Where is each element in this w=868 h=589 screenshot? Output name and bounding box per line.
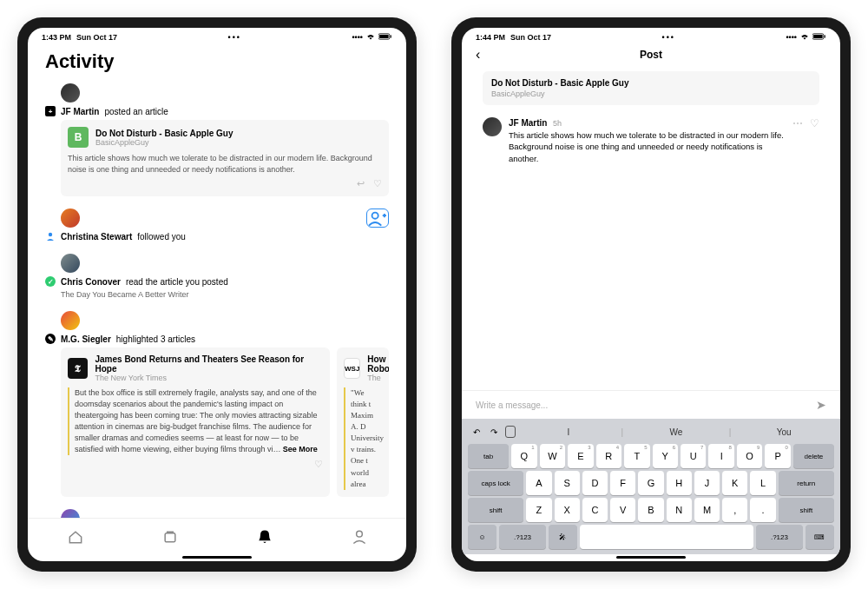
key[interactable]: M (694, 498, 720, 522)
key[interactable]: 9O (737, 444, 762, 468)
highlight-card[interactable]: 𝕿 James Bond Returns and Theaters See Re… (61, 347, 330, 496)
follow-button[interactable] (366, 208, 389, 228)
avatar[interactable] (61, 208, 80, 228)
avatar[interactable] (483, 117, 502, 136)
multitask-dots[interactable]: ••• (227, 33, 240, 42)
page-title: Activity (28, 43, 406, 83)
suggestion[interactable]: I (521, 427, 616, 437)
activity-user: Chris Conover (61, 277, 121, 287)
nav-title: Post (640, 49, 662, 61)
home-indicator[interactable] (616, 556, 686, 559)
activity-item[interactable]: Christina Stewart followed you (45, 208, 389, 242)
signal-icon: •••• (352, 33, 363, 42)
undo-icon[interactable]: ↶ (470, 426, 483, 438)
highlight-card-side[interactable]: WSJ How Robo The "We think t Maxim A. D … (337, 347, 389, 496)
activity-feed[interactable]: + JF Martin posted an article B Do Not D… (28, 83, 406, 518)
activity-item[interactable]: ✓ Chris Conover read the article you pos… (45, 254, 389, 299)
wifi-icon (365, 33, 376, 43)
key[interactable]: B (638, 498, 663, 522)
heart-icon[interactable]: ♡ (373, 178, 382, 189)
key[interactable]: X (555, 498, 580, 522)
heart-icon[interactable]: ♡ (810, 117, 819, 164)
key[interactable]: C (582, 498, 608, 522)
send-icon[interactable]: ➤ (816, 398, 826, 412)
key-numeric[interactable]: .?123 (756, 525, 802, 549)
avatar[interactable] (61, 509, 80, 518)
key[interactable]: H (667, 471, 692, 495)
nav-header: ‹ Post (462, 43, 840, 66)
key[interactable]: L (750, 471, 775, 495)
key-space[interactable] (580, 525, 753, 549)
key[interactable]: 0P (765, 444, 790, 468)
key[interactable]: 1Q (511, 444, 536, 468)
key[interactable]: G (638, 471, 663, 495)
key[interactable]: K (722, 471, 747, 495)
activity-user: JF Martin (61, 107, 99, 116)
tab-home[interactable] (67, 528, 84, 546)
tab-profile[interactable] (351, 528, 368, 546)
tab-library[interactable] (161, 528, 179, 546)
activity-item[interactable]: ✎ M.G. Siegler highlighted 3 articles 𝕿 … (45, 311, 389, 496)
avatar[interactable] (61, 83, 80, 103)
key[interactable]: N (667, 498, 692, 522)
activity-item[interactable]: Francesca Camahort , and 1 other followe… (45, 509, 389, 518)
heart-icon[interactable]: ♡ (314, 459, 323, 470)
activity-content: Activity + JF Martin posted an article B (28, 43, 406, 561)
key-mic[interactable]: 🎤︎ (549, 525, 577, 549)
key[interactable]: F (610, 471, 635, 495)
key[interactable]: A (526, 471, 551, 495)
svg-rect-1 (379, 35, 388, 38)
redo-icon[interactable]: ↷ (488, 426, 500, 438)
key-capslock[interactable]: caps lock (468, 471, 523, 495)
suggestion[interactable]: We (628, 427, 724, 437)
user-badge-icon (45, 231, 56, 242)
home-indicator[interactable] (182, 556, 252, 559)
key[interactable]: J (694, 471, 720, 495)
key[interactable]: . (750, 498, 775, 522)
more-icon[interactable]: ⋯ (792, 117, 803, 164)
suggestion[interactable]: You (736, 427, 832, 437)
activity-action: posted an article (104, 107, 168, 116)
key[interactable]: 3E (568, 444, 593, 468)
article-source: BasicAppleGuy (95, 138, 233, 147)
post-author[interactable]: JF Martin (509, 118, 547, 128)
post-article-card[interactable]: Do Not Disturb - Basic Apple Guy BasicAp… (483, 71, 819, 105)
key-return[interactable]: return (779, 471, 834, 495)
activity-action: read the article you posted (126, 277, 228, 287)
key-shift[interactable]: shift (468, 498, 523, 522)
key[interactable]: 4R (596, 444, 621, 468)
tab-activity[interactable] (256, 528, 273, 546)
multitask-dots[interactable]: ••• (661, 33, 674, 42)
back-button[interactable]: ‹ (476, 47, 480, 63)
battery-icon (812, 33, 826, 42)
key-emoji[interactable]: ☺ (468, 525, 496, 549)
activity-item[interactable]: + JF Martin posted an article B Do Not D… (45, 83, 389, 196)
key-shift[interactable]: shift (779, 498, 834, 522)
key[interactable]: 6Y (653, 444, 678, 468)
activity-user: M.G. Siegler (61, 334, 111, 344)
key-numeric[interactable]: .?123 (499, 525, 545, 549)
key[interactable]: 7U (681, 444, 706, 468)
key-tab[interactable]: tab (468, 444, 509, 468)
avatar[interactable] (61, 311, 80, 330)
key[interactable]: 8I (708, 444, 733, 468)
article-title: James Bond Returns and Theaters See Reas… (95, 354, 323, 374)
key[interactable]: , (722, 498, 747, 522)
ipad-left: 1:43 PM Sun Oct 17 ••• •••• Activity (17, 17, 417, 572)
key-dismiss-keyboard[interactable]: ⌨ (806, 525, 834, 549)
reply-icon[interactable]: ↩ (357, 178, 365, 189)
key[interactable]: Z (526, 498, 551, 522)
key[interactable]: V (610, 498, 635, 522)
see-more-link[interactable]: See More (283, 445, 318, 453)
key-delete[interactable]: delete (793, 444, 834, 468)
key[interactable]: S (555, 471, 580, 495)
article-title: Do Not Disturb - Basic Apple Guy (95, 129, 233, 138)
key[interactable]: 5T (624, 444, 649, 468)
highlight-quote: "We think t Maxim A. D University v trai… (344, 387, 382, 489)
compose-input[interactable]: Write a message... (476, 400, 809, 410)
article-card[interactable]: B Do Not Disturb - Basic Apple Guy Basic… (61, 120, 389, 196)
clipboard-icon[interactable] (505, 426, 516, 438)
key[interactable]: D (582, 471, 608, 495)
key[interactable]: 2W (540, 444, 565, 468)
avatar[interactable] (61, 254, 80, 273)
